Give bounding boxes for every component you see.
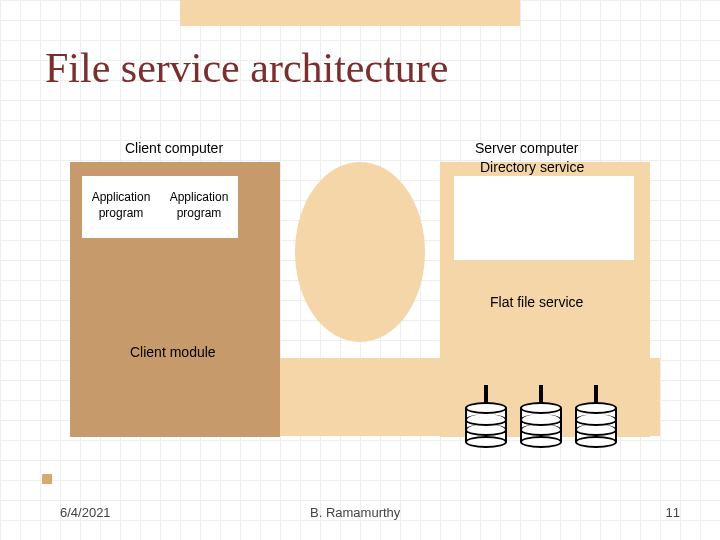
corner-decoration [42,474,52,484]
footer-page-number: 11 [666,505,680,520]
directory-service-box [454,176,634,260]
footer-date: 6/4/2021 [60,505,111,520]
server-computer-label: Server computer [475,140,578,156]
application-program-box-1: Application program [82,176,160,238]
network-ellipse [295,162,425,342]
client-computer-label: Client computer [125,140,223,156]
slide-title: File service architecture [45,44,448,92]
flat-file-service-label: Flat file service [490,294,583,310]
disk-icon-1 [465,402,507,448]
disk-icon-2 [520,402,562,448]
directory-service-label: Directory service [480,159,584,175]
architecture-diagram: Client computer Server computer Applicat… [70,140,650,440]
top-accent-bar [180,0,520,26]
application-program-box-2: Application program [160,176,238,238]
footer-author: B. Ramamurthy [310,505,400,520]
client-module-label: Client module [130,344,216,360]
client-computer-box: Application program Application program [70,162,280,437]
disk-icon-3 [575,402,617,448]
